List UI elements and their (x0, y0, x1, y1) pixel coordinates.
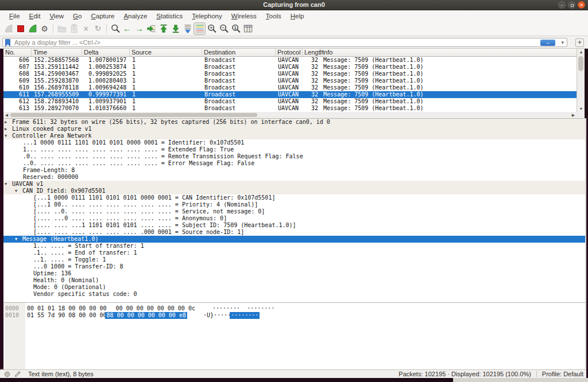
scroll-up-arrow-icon[interactable]: ▲ (577, 49, 585, 55)
packet-list-horizontal-scrollbar[interactable]: ◀ ▶ (3, 112, 577, 118)
stop-capture-button[interactable] (14, 22, 26, 35)
detail-tree-leaf[interactable]: [...1 0000 0111 1101 0101 0101 0000 0001… (3, 194, 585, 201)
detail-tree-leaf[interactable]: ...0 1000 = Transfer-ID: 8 (3, 263, 585, 270)
start-capture-button[interactable] (2, 22, 14, 35)
menu-telephony[interactable]: Telephony (187, 11, 226, 21)
hex-row[interactable]: 001001 55 7d 90 08 00 00 0088 00 00 00 0… (3, 312, 585, 319)
packet-row[interactable]: 607153.2591114421.0002538741BroadcastUAV… (3, 64, 577, 71)
reload-file-button[interactable]: ↻ (92, 22, 104, 35)
detail-tree-leaf[interactable]: [.... ...0 .... .... .... .... .... ....… (3, 215, 585, 222)
detail-tree-leaf[interactable]: Frame-Length: 8 (3, 167, 585, 174)
detail-tree-leaf[interactable]: Uptime: 136 (3, 270, 585, 277)
auto-scroll-button[interactable] (181, 22, 194, 35)
zoom-reset-button[interactable]: 1 (230, 22, 242, 35)
packet-row[interactable]: 609155.2592838701.0002804031BroadcastUAV… (3, 77, 577, 84)
menu-view[interactable]: View (45, 11, 68, 21)
packet-row[interactable]: 613159.2892700701.0103766601BroadcastUAV… (3, 105, 577, 112)
detail-tree-leaf[interactable]: [...1 00.. .... .... .... .... .... ....… (3, 201, 585, 208)
resize-columns-button[interactable] (242, 22, 254, 35)
expert-info-icon[interactable] (4, 371, 10, 377)
packet-row[interactable]: 611157.2689555090.9999773911BroadcastUAV… (3, 91, 577, 98)
menu-wireless[interactable]: Wireless (227, 11, 261, 21)
detail-tree-leaf[interactable]: [.... .... .... .... .... .... .000 0001… (3, 229, 585, 236)
detail-tree-node[interactable]: ▶Linux cooked capture v1 (3, 126, 585, 132)
find-packet-button[interactable] (109, 22, 121, 35)
packet-list-header[interactable]: No.TimeDeltaSourceDestinationProtocolLen… (3, 49, 577, 57)
expander-open-icon[interactable]: ▼ (5, 132, 12, 139)
expander-closed-icon[interactable]: ▶ (5, 126, 12, 132)
column-header-protocol[interactable]: Protocol (276, 49, 303, 56)
column-header-delta[interactable]: Delta (82, 49, 130, 56)
hex-row[interactable]: 000000 01 01 18 00 00 00 0000 00 00 00 0… (3, 305, 585, 312)
menu-tools[interactable]: Tools (261, 11, 286, 21)
detail-tree-leaf[interactable]: ..1. .... = Toggle: 1 (3, 256, 585, 263)
scroll-right-arrow-icon[interactable]: ▶ (570, 112, 577, 118)
packet-row[interactable]: 608154.2590034670.9998920251BroadcastUAV… (3, 71, 577, 77)
detail-tree-leaf[interactable]: [.... .... ...1 1101 0101 0101 .... ....… (3, 222, 585, 229)
go-to-packet-button[interactable] (145, 22, 157, 35)
detail-tree-leaf[interactable]: 1... .... .... .... .... .... .... .... … (3, 146, 585, 153)
detail-tree-leaf[interactable]: 1... .... = Start of transfer: 1 (3, 243, 585, 250)
detail-tree-node[interactable]: ▼CAN ID field: 0x907d5501 (3, 188, 585, 194)
detail-tree-node[interactable]: ▶Frame 611: 32 bytes on wire (256 bits),… (3, 119, 585, 126)
close-button[interactable]: × (578, 1, 585, 9)
expander-open-icon[interactable]: ▼ (5, 181, 12, 188)
titlebar[interactable]: Capturing from can0 – × (0, 0, 588, 10)
column-header-time[interactable]: Time (32, 49, 82, 56)
restart-capture-button[interactable] (26, 22, 38, 35)
detail-tree-leaf[interactable]: [.... ..0. .... .... .... .... .... ....… (3, 208, 585, 215)
menu-analyze[interactable]: Analyze (119, 11, 152, 21)
packet-row[interactable]: 612158.2788934101.0099379011BroadcastUAV… (3, 98, 577, 105)
vertical-scrollbar-thumb[interactable] (578, 56, 583, 71)
packet-list-vertical-scrollbar[interactable]: ▲ ▼ (577, 49, 585, 112)
scroll-down-arrow-icon[interactable]: ▼ (577, 106, 585, 112)
horizontal-scrollbar-thumb[interactable] (10, 113, 257, 117)
detail-tree-node[interactable]: ▼Controller Area Network (3, 132, 585, 139)
detail-tree-leaf[interactable]: ...1 0000 0111 1101 0101 0101 0000 0001 … (3, 139, 585, 146)
expander-open-icon[interactable]: ▼ (15, 188, 22, 194)
packet-row[interactable]: 606152.2588575681.0078001971BroadcastUAV… (3, 57, 577, 64)
detail-tree-leaf[interactable]: .1.. .... = End of transfer: 1 (3, 250, 585, 256)
detail-tree-leaf[interactable]: .0.. .... .... .... .... .... .... .... … (3, 153, 585, 160)
capture-options-button[interactable]: ⚙ (38, 22, 51, 35)
go-first-packet-button[interactable] (157, 22, 169, 35)
filter-apply-button[interactable]: → (540, 40, 555, 46)
maximize-button[interactable] (568, 1, 575, 9)
minimize-button[interactable]: – (558, 1, 566, 9)
column-header-no[interactable]: No. (3, 49, 32, 56)
expander-closed-icon[interactable]: ▶ (5, 119, 12, 126)
detail-tree-node[interactable]: ▼UAVCAN v1 (3, 181, 585, 188)
go-back-button[interactable]: ← (121, 22, 133, 35)
menu-go[interactable]: Go (68, 11, 86, 21)
colorize-packets-button[interactable] (194, 22, 206, 35)
detail-tree-leaf[interactable]: Health: 0 (Nominal) (3, 277, 585, 284)
packet-row[interactable]: 610156.2689781181.0096942481BroadcastUAV… (3, 84, 577, 91)
detail-tree-leaf[interactable]: Reserved: 000000 (3, 174, 585, 181)
menu-file[interactable]: File (5, 11, 25, 21)
menu-capture[interactable]: Capture (86, 11, 119, 21)
filter-bookmark-icon[interactable] (5, 39, 11, 46)
scroll-left-arrow-icon[interactable]: ◀ (3, 112, 10, 118)
open-file-button[interactable] (56, 22, 68, 35)
detail-tree-leaf[interactable]: Vendor specific status code: 0 (3, 291, 585, 298)
go-last-packet-button[interactable] (169, 22, 181, 35)
detail-tree-node[interactable]: ▼Message (Heartbeat1.0) (3, 236, 585, 243)
detail-tree-leaf[interactable]: ..0. .... .... .... .... .... .... .... … (3, 160, 585, 167)
zoom-out-button[interactable]: − (218, 22, 230, 35)
column-header-length[interactable]: Length (303, 49, 320, 56)
menu-edit[interactable]: Edit (25, 11, 45, 21)
zoom-in-button[interactable]: + (206, 22, 218, 35)
status-profile[interactable]: Profile: Default (542, 371, 583, 377)
capture-comment-icon[interactable] (14, 371, 21, 377)
go-forward-button[interactable]: → (133, 22, 145, 35)
filter-dropdown-caret[interactable]: ▾ (561, 40, 564, 45)
display-filter-input[interactable]: Apply a display filter ... <Ctrl-/> → ▾ (2, 38, 567, 47)
column-header-destination[interactable]: Destination (202, 49, 276, 56)
close-file-button[interactable]: × (80, 22, 92, 35)
column-header-source[interactable]: Source (130, 49, 202, 56)
detail-tree-leaf[interactable]: Mode: 0 (Operational) (3, 284, 585, 291)
save-file-button[interactable] (68, 22, 80, 35)
expander-open-icon[interactable]: ▼ (15, 236, 22, 243)
column-header-info[interactable]: Info (320, 49, 577, 56)
menu-help[interactable]: Help (286, 11, 309, 21)
